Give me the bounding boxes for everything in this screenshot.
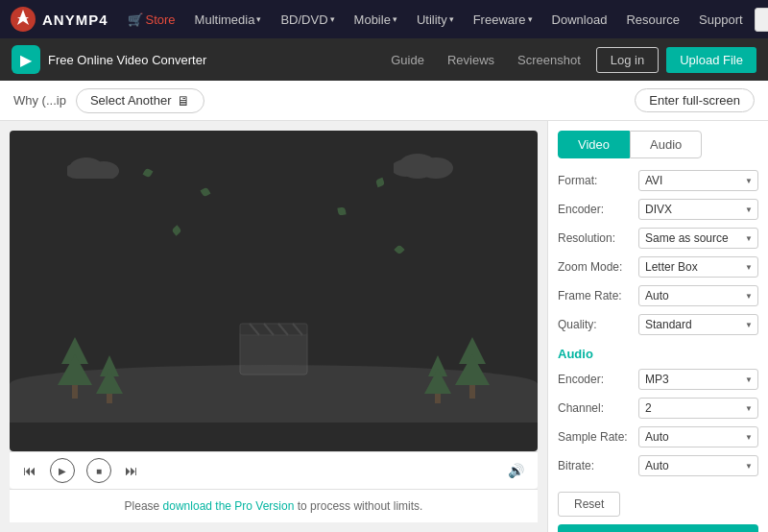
cloud-right xyxy=(394,145,461,181)
encoder-video-select[interactable]: DIVX xyxy=(638,199,758,220)
resolution-select-wrapper[interactable]: Same as source xyxy=(638,228,758,249)
tree-right xyxy=(455,337,490,399)
store-icon: 🛒 xyxy=(128,12,143,27)
video-controls: ⏮ ▶ ■ ⏭ 🔊 xyxy=(10,451,538,489)
toolbar: Why (...ip Select Another 🖥 Enter full-s… xyxy=(0,81,768,121)
audio-settings: Encoder: MP3 Channel: 2 Sample Rate: Aut… xyxy=(558,369,758,484)
format-row: Format: AVI xyxy=(558,170,758,191)
video-panel: ⏮ ▶ ■ ⏭ 🔊 Please download the Pro Versio… xyxy=(0,121,547,532)
bitrate-row: Bitrate: Auto xyxy=(558,455,758,476)
leaf2 xyxy=(201,187,211,198)
encoder-video-row: Encoder: DIVX xyxy=(558,199,758,220)
guide-link[interactable]: Guide xyxy=(391,53,424,67)
app-name: Free Online Video Converter xyxy=(48,53,206,67)
zoom-row: Zoom Mode: Letter Box xyxy=(558,256,758,278)
nav-resource[interactable]: Resource xyxy=(618,9,687,31)
tree-left xyxy=(58,337,92,399)
stop-button[interactable]: ■ xyxy=(86,458,111,483)
chevron-down-icon: ▾ xyxy=(528,14,533,24)
rewind-button[interactable]: ⏮ xyxy=(21,461,38,480)
nav-support[interactable]: Support xyxy=(691,9,751,31)
reviews-link[interactable]: Reviews xyxy=(447,53,494,67)
tab-video[interactable]: Video xyxy=(558,131,630,158)
chevron-down-icon: ▾ xyxy=(256,14,261,24)
format-select[interactable]: AVI xyxy=(638,170,758,191)
format-select-wrapper[interactable]: AVI xyxy=(638,170,758,191)
volume-button[interactable]: 🔊 xyxy=(506,461,526,480)
nav-mobile[interactable]: Mobile ▾ xyxy=(347,9,405,31)
bitrate-select[interactable]: Auto xyxy=(638,455,758,476)
save-button[interactable]: Save ↓ xyxy=(558,524,758,532)
tab-row: Video Audio xyxy=(558,131,758,158)
sample-rate-select-wrapper[interactable]: Auto xyxy=(638,426,758,447)
resolution-label: Resolution: xyxy=(558,231,635,245)
fast-forward-button[interactable]: ⏭ xyxy=(123,461,140,480)
app-logo: ▶ Free Online Video Converter xyxy=(12,45,391,74)
bottom-bar: Please download the Pro Version to proce… xyxy=(10,489,538,522)
nav-bddvd[interactable]: BD/DVD ▾ xyxy=(273,9,342,31)
clapper-board xyxy=(235,312,312,382)
monitor-icon: 🖥 xyxy=(177,93,190,109)
audio-encoder-select[interactable]: MP3 xyxy=(638,369,758,390)
nav-multimedia[interactable]: Multimedia ▾ xyxy=(187,9,270,31)
select-another-button[interactable]: Select Another 🖥 xyxy=(76,88,205,113)
logo: ANYMP4 xyxy=(10,6,108,33)
nav-store[interactable]: 🛒 Store xyxy=(120,9,183,31)
zoom-select-wrapper[interactable]: Letter Box xyxy=(638,256,758,278)
video-player xyxy=(10,131,538,451)
leaf3 xyxy=(375,178,385,187)
audio-section-label: Audio xyxy=(558,347,758,361)
audio-encoder-select-wrapper[interactable]: MP3 xyxy=(638,369,758,390)
chevron-down-icon: ▾ xyxy=(449,14,454,24)
svg-point-6 xyxy=(419,157,453,179)
video-settings: Format: AVI Encoder: DIVX Resolution: Sa… xyxy=(558,170,758,343)
screenshot-link[interactable]: Screenshot xyxy=(517,53,581,67)
breadcrumb: Why (...ip xyxy=(13,93,66,108)
resolution-select[interactable]: Same as source xyxy=(638,228,758,249)
quality-label: Quality: xyxy=(558,318,635,331)
channel-label: Channel: xyxy=(558,401,635,415)
quality-select[interactable]: Standard xyxy=(638,314,758,335)
audio-encoder-row: Encoder: MP3 xyxy=(558,369,758,390)
leaf1 xyxy=(143,168,154,179)
encoder-video-select-wrapper[interactable]: DIVX xyxy=(638,199,758,220)
video-illustration xyxy=(10,131,538,451)
format-label: Format: xyxy=(558,174,635,187)
framerate-row: Frame Rate: Auto xyxy=(558,285,758,306)
nav-download[interactable]: Download xyxy=(544,9,615,31)
main-content: ⏮ ▶ ■ ⏭ 🔊 Please download the Pro Versio… xyxy=(0,121,768,532)
channel-select[interactable]: 2 xyxy=(638,398,758,419)
bitrate-select-wrapper[interactable]: Auto xyxy=(638,455,758,476)
pro-version-link[interactable]: download the Pro Version xyxy=(163,499,295,513)
save-btn-row: Save ↓ xyxy=(558,524,758,532)
chevron-down-icon: ▾ xyxy=(330,14,335,24)
framerate-select-wrapper[interactable]: Auto xyxy=(638,285,758,306)
sample-rate-select[interactable]: Auto xyxy=(638,426,758,447)
leaf5 xyxy=(171,225,181,235)
leaf6 xyxy=(394,244,404,254)
reset-button[interactable]: Reset xyxy=(558,492,620,517)
channel-select-wrapper[interactable]: 2 xyxy=(638,398,758,419)
upload-file-button[interactable]: Upload File xyxy=(666,47,756,73)
quality-select-wrapper[interactable]: Standard xyxy=(638,314,758,335)
channel-row: Channel: 2 xyxy=(558,398,758,419)
encoder-video-label: Encoder: xyxy=(558,203,635,216)
sub-login-button[interactable]: Log in xyxy=(596,47,659,73)
zoom-select[interactable]: Letter Box xyxy=(638,256,758,278)
cloud-left xyxy=(67,150,125,181)
chevron-down-icon: ▾ xyxy=(393,14,397,24)
audio-encoder-label: Encoder: xyxy=(558,373,635,386)
app-icon: ▶ xyxy=(12,45,40,74)
framerate-select[interactable]: Auto xyxy=(638,285,758,306)
nav-freeware[interactable]: Freeware ▾ xyxy=(466,9,540,31)
sub-navigation: ▶ Free Online Video Converter Guide Revi… xyxy=(0,38,768,81)
nav-utility[interactable]: Utility ▾ xyxy=(409,9,462,31)
logo-text: ANYMP4 xyxy=(42,12,108,28)
bottom-text-after: to process without limits. xyxy=(294,499,422,513)
settings-panel: Video Audio Format: AVI Encoder: DIVX Re… xyxy=(547,121,768,532)
play-button[interactable]: ▶ xyxy=(50,458,75,483)
tab-audio[interactable]: Audio xyxy=(630,131,702,158)
top-login-button[interactable]: Login xyxy=(755,8,768,32)
fullscreen-button[interactable]: Enter full-screen xyxy=(635,88,755,112)
top-navigation: ANYMP4 🛒 Store Multimedia ▾ BD/DVD ▾ Mob… xyxy=(0,0,768,38)
